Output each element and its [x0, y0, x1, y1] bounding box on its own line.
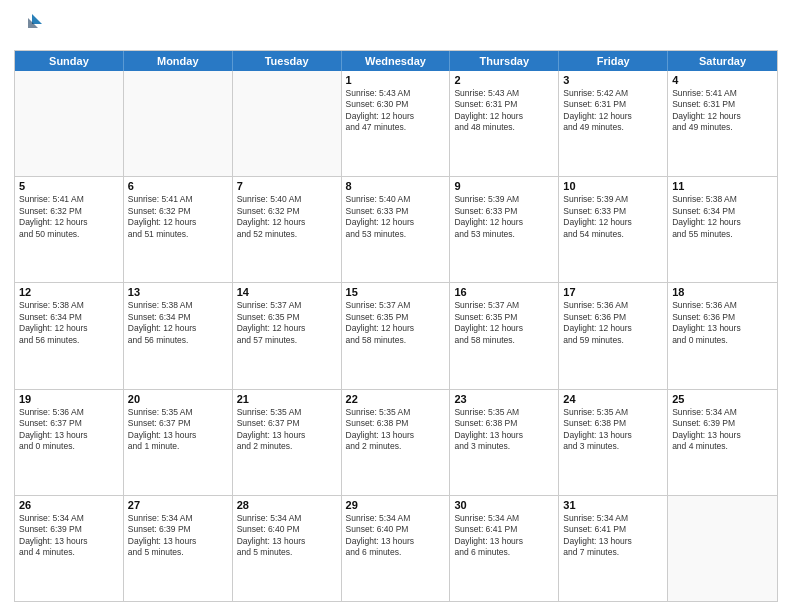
weekday-header: Tuesday	[233, 51, 342, 71]
calendar-cell: 19Sunrise: 5:36 AM Sunset: 6:37 PM Dayli…	[15, 390, 124, 495]
day-number: 27	[128, 499, 228, 511]
cell-info: Sunrise: 5:38 AM Sunset: 6:34 PM Dayligh…	[128, 300, 228, 346]
calendar-cell: 3Sunrise: 5:42 AM Sunset: 6:31 PM Daylig…	[559, 71, 668, 176]
day-number: 19	[19, 393, 119, 405]
day-number: 11	[672, 180, 773, 192]
day-number: 24	[563, 393, 663, 405]
day-number: 29	[346, 499, 446, 511]
day-number: 26	[19, 499, 119, 511]
cell-info: Sunrise: 5:34 AM Sunset: 6:40 PM Dayligh…	[346, 513, 446, 559]
cell-info: Sunrise: 5:35 AM Sunset: 6:38 PM Dayligh…	[346, 407, 446, 453]
cell-info: Sunrise: 5:40 AM Sunset: 6:32 PM Dayligh…	[237, 194, 337, 240]
calendar-cell: 10Sunrise: 5:39 AM Sunset: 6:33 PM Dayli…	[559, 177, 668, 282]
calendar-cell	[124, 71, 233, 176]
day-number: 3	[563, 74, 663, 86]
header	[14, 10, 778, 42]
day-number: 4	[672, 74, 773, 86]
calendar-cell: 12Sunrise: 5:38 AM Sunset: 6:34 PM Dayli…	[15, 283, 124, 388]
weekday-header: Thursday	[450, 51, 559, 71]
calendar-cell: 14Sunrise: 5:37 AM Sunset: 6:35 PM Dayli…	[233, 283, 342, 388]
calendar-cell: 17Sunrise: 5:36 AM Sunset: 6:36 PM Dayli…	[559, 283, 668, 388]
day-number: 21	[237, 393, 337, 405]
day-number: 25	[672, 393, 773, 405]
day-number: 16	[454, 286, 554, 298]
cell-info: Sunrise: 5:34 AM Sunset: 6:40 PM Dayligh…	[237, 513, 337, 559]
calendar-cell: 7Sunrise: 5:40 AM Sunset: 6:32 PM Daylig…	[233, 177, 342, 282]
logo	[14, 10, 50, 42]
cell-info: Sunrise: 5:34 AM Sunset: 6:41 PM Dayligh…	[454, 513, 554, 559]
cell-info: Sunrise: 5:35 AM Sunset: 6:37 PM Dayligh…	[237, 407, 337, 453]
cell-info: Sunrise: 5:34 AM Sunset: 6:39 PM Dayligh…	[672, 407, 773, 453]
calendar-row: 12Sunrise: 5:38 AM Sunset: 6:34 PM Dayli…	[15, 283, 777, 389]
cell-info: Sunrise: 5:34 AM Sunset: 6:41 PM Dayligh…	[563, 513, 663, 559]
cell-info: Sunrise: 5:35 AM Sunset: 6:37 PM Dayligh…	[128, 407, 228, 453]
calendar-cell	[233, 71, 342, 176]
weekday-header: Saturday	[668, 51, 777, 71]
day-number: 15	[346, 286, 446, 298]
cell-info: Sunrise: 5:41 AM Sunset: 6:32 PM Dayligh…	[19, 194, 119, 240]
cell-info: Sunrise: 5:37 AM Sunset: 6:35 PM Dayligh…	[454, 300, 554, 346]
day-number: 28	[237, 499, 337, 511]
day-number: 17	[563, 286, 663, 298]
cell-info: Sunrise: 5:42 AM Sunset: 6:31 PM Dayligh…	[563, 88, 663, 134]
calendar-row: 19Sunrise: 5:36 AM Sunset: 6:37 PM Dayli…	[15, 390, 777, 496]
calendar-cell: 20Sunrise: 5:35 AM Sunset: 6:37 PM Dayli…	[124, 390, 233, 495]
calendar-row: 5Sunrise: 5:41 AM Sunset: 6:32 PM Daylig…	[15, 177, 777, 283]
calendar-cell: 29Sunrise: 5:34 AM Sunset: 6:40 PM Dayli…	[342, 496, 451, 601]
calendar-cell: 5Sunrise: 5:41 AM Sunset: 6:32 PM Daylig…	[15, 177, 124, 282]
svg-marker-0	[32, 14, 42, 24]
calendar-cell: 23Sunrise: 5:35 AM Sunset: 6:38 PM Dayli…	[450, 390, 559, 495]
calendar-cell: 13Sunrise: 5:38 AM Sunset: 6:34 PM Dayli…	[124, 283, 233, 388]
day-number: 5	[19, 180, 119, 192]
calendar-cell: 2Sunrise: 5:43 AM Sunset: 6:31 PM Daylig…	[450, 71, 559, 176]
calendar-cell: 25Sunrise: 5:34 AM Sunset: 6:39 PM Dayli…	[668, 390, 777, 495]
cell-info: Sunrise: 5:37 AM Sunset: 6:35 PM Dayligh…	[237, 300, 337, 346]
day-number: 23	[454, 393, 554, 405]
cell-info: Sunrise: 5:41 AM Sunset: 6:32 PM Dayligh…	[128, 194, 228, 240]
calendar-body: 1Sunrise: 5:43 AM Sunset: 6:30 PM Daylig…	[15, 71, 777, 601]
calendar-cell: 21Sunrise: 5:35 AM Sunset: 6:37 PM Dayli…	[233, 390, 342, 495]
day-number: 9	[454, 180, 554, 192]
calendar-cell: 30Sunrise: 5:34 AM Sunset: 6:41 PM Dayli…	[450, 496, 559, 601]
calendar-cell: 26Sunrise: 5:34 AM Sunset: 6:39 PM Dayli…	[15, 496, 124, 601]
cell-info: Sunrise: 5:43 AM Sunset: 6:31 PM Dayligh…	[454, 88, 554, 134]
cell-info: Sunrise: 5:38 AM Sunset: 6:34 PM Dayligh…	[672, 194, 773, 240]
cell-info: Sunrise: 5:38 AM Sunset: 6:34 PM Dayligh…	[19, 300, 119, 346]
calendar: SundayMondayTuesdayWednesdayThursdayFrid…	[14, 50, 778, 602]
calendar-cell	[668, 496, 777, 601]
day-number: 30	[454, 499, 554, 511]
day-number: 6	[128, 180, 228, 192]
day-number: 14	[237, 286, 337, 298]
day-number: 22	[346, 393, 446, 405]
cell-info: Sunrise: 5:41 AM Sunset: 6:31 PM Dayligh…	[672, 88, 773, 134]
cell-info: Sunrise: 5:35 AM Sunset: 6:38 PM Dayligh…	[454, 407, 554, 453]
calendar-cell: 4Sunrise: 5:41 AM Sunset: 6:31 PM Daylig…	[668, 71, 777, 176]
day-number: 7	[237, 180, 337, 192]
cell-info: Sunrise: 5:35 AM Sunset: 6:38 PM Dayligh…	[563, 407, 663, 453]
calendar-cell: 1Sunrise: 5:43 AM Sunset: 6:30 PM Daylig…	[342, 71, 451, 176]
cell-info: Sunrise: 5:39 AM Sunset: 6:33 PM Dayligh…	[563, 194, 663, 240]
calendar-cell: 31Sunrise: 5:34 AM Sunset: 6:41 PM Dayli…	[559, 496, 668, 601]
cell-info: Sunrise: 5:36 AM Sunset: 6:36 PM Dayligh…	[672, 300, 773, 346]
cell-info: Sunrise: 5:39 AM Sunset: 6:33 PM Dayligh…	[454, 194, 554, 240]
calendar-cell: 28Sunrise: 5:34 AM Sunset: 6:40 PM Dayli…	[233, 496, 342, 601]
calendar-cell: 18Sunrise: 5:36 AM Sunset: 6:36 PM Dayli…	[668, 283, 777, 388]
cell-info: Sunrise: 5:36 AM Sunset: 6:36 PM Dayligh…	[563, 300, 663, 346]
calendar-cell	[15, 71, 124, 176]
day-number: 18	[672, 286, 773, 298]
day-number: 20	[128, 393, 228, 405]
day-number: 13	[128, 286, 228, 298]
logo-icon	[14, 10, 46, 42]
calendar-row: 1Sunrise: 5:43 AM Sunset: 6:30 PM Daylig…	[15, 71, 777, 177]
cell-info: Sunrise: 5:36 AM Sunset: 6:37 PM Dayligh…	[19, 407, 119, 453]
calendar-cell: 22Sunrise: 5:35 AM Sunset: 6:38 PM Dayli…	[342, 390, 451, 495]
weekday-header: Wednesday	[342, 51, 451, 71]
calendar-cell: 16Sunrise: 5:37 AM Sunset: 6:35 PM Dayli…	[450, 283, 559, 388]
day-number: 8	[346, 180, 446, 192]
calendar-cell: 6Sunrise: 5:41 AM Sunset: 6:32 PM Daylig…	[124, 177, 233, 282]
day-number: 10	[563, 180, 663, 192]
calendar-header: SundayMondayTuesdayWednesdayThursdayFrid…	[15, 51, 777, 71]
day-number: 12	[19, 286, 119, 298]
cell-info: Sunrise: 5:37 AM Sunset: 6:35 PM Dayligh…	[346, 300, 446, 346]
weekday-header: Sunday	[15, 51, 124, 71]
